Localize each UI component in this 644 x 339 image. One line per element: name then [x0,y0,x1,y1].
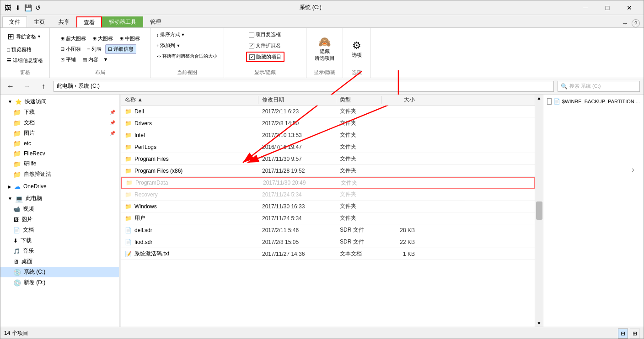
scroll-thumb[interactable] [536,201,542,220]
size-columns-btn[interactable]: ⇔ 将所有列调整为合适的大小 [154,52,220,61]
tab-share[interactable]: 共享 [52,16,76,27]
sidebar-item-filerecv[interactable]: 📁 FileRecv [0,148,119,159]
quick-access-icon[interactable]: ⬇ [14,4,21,11]
tab-driver-tool[interactable]: 驱动器工具 [102,16,143,27]
sidebar-quick-access[interactable]: ▼ ⭐ 快速访问 [0,96,119,107]
file-row-recovery[interactable]: 📁 Recovery 2017/11/24 5:34 文件夹 [121,189,535,201]
show-hide-label: 显示/隐藏 [254,69,276,76]
header-size[interactable]: 大小 [382,96,419,104]
file-row-users[interactable]: 📁 用户 2017/11/24 5:34 文件夹 [121,212,535,224]
sort-by-btn[interactable]: ↕ 排序方式 ▼ [154,30,187,39]
file-icon-fiod-sdr: 📄 [125,239,132,245]
content-btn[interactable]: ▤ 内容 [80,55,101,64]
minimize-button[interactable]: ─ [575,0,596,15]
nav-arrow-right[interactable]: → [622,20,628,27]
large-icon-view-btn[interactable]: ⊞ [630,328,640,339]
file-row-programfiles-x86[interactable]: 📁 Program Files (x86) 2017/11/28 19:52 文… [121,165,535,177]
hidden-items-toggle[interactable]: ✓ 隐藏的项目 [246,52,284,62]
right-panel-checkbox [547,98,552,105]
file-row-drivers[interactable]: 📁 Drivers 2017/2/8 14:50 文件夹 [121,117,535,129]
sidebar-item-desktop[interactable]: 🖥 桌面 [0,256,119,267]
file-row-programdata[interactable]: 📁 ProgramData 2017/11/30 20:49 文件夹 [121,177,535,189]
search-box[interactable]: 🔍 搜索 系统 (C:) [558,81,640,92]
layout-expand-btn[interactable]: ▼ [102,55,110,64]
sidebar-item-documents2[interactable]: 📄 文档 [0,225,119,235]
back-button[interactable]: ← [4,80,17,93]
tab-file[interactable]: 文件 [2,16,27,27]
layout-group: ⊞ 超大图标 ⊞ 大图标 ⊞ 中图标 [58,34,143,64]
header-name[interactable]: 名称 ▲ [121,96,258,104]
hide-button[interactable]: 🙈 隐藏 所选项目 [311,34,338,64]
save-icon[interactable]: 💾 [24,4,32,11]
close-button[interactable]: ✕ [619,0,640,15]
sidebar-item-system-c[interactable]: 💿 系统 (C:) [0,267,119,277]
icon-content: ▤ [82,57,87,63]
medium-icon-btn[interactable]: ⊞ 中图标 [117,34,143,43]
small-icon-btn[interactable]: ⊟ 小图标 [58,44,84,54]
sidebar-item-dialectics[interactable]: 📁 自然辩证法 [0,169,119,180]
large-icon-btn[interactable]: ⊞ 大图标 [90,34,116,43]
details-btn[interactable]: ⊟ 详细信息 [105,44,136,54]
this-pc-label: 此电脑 [26,195,42,202]
tab-view[interactable]: 查看 [76,16,102,27]
quick-access-icon: ⭐ [15,99,22,105]
add-columns-btn[interactable]: + 添加列 ▼ [154,41,182,50]
sidebar-filerecv-label: FileRecv [24,150,45,157]
tab-home[interactable]: 主页 [27,16,52,27]
file-row-dell-sdr[interactable]: 📄 dell.sdr 2017/2/11 5:46 SDR 文件 28 KB [121,224,535,236]
sidebar-onedrive[interactable]: ▶ ☁ OneDrive [0,181,119,191]
item-checkbox-toggle[interactable]: 项目复选框 [246,30,284,39]
up-button[interactable]: ↑ [37,80,50,93]
details-view-btn[interactable]: ⊟ [618,328,628,339]
sidebar-item-docs[interactable]: 📁 文档 📌 [0,117,119,128]
sidebar-item-pictures2[interactable]: 🖼 图片 [0,214,119,225]
sidebar-item-etc[interactable]: 📁 etc [0,138,119,148]
tab-manage[interactable]: 管理 [143,16,168,27]
add-col-icon: + [156,43,159,48]
right-panel-scroll-arrow[interactable]: › [632,165,634,175]
file-row-dell[interactable]: 📁 Dell 2017/2/11 6:23 文件夹 [121,106,535,117]
scroll-up-btn[interactable]: ▲ [537,95,542,101]
file-row-windows[interactable]: 📁 Windows 2017/11/30 16:33 文件夹 [121,201,535,212]
sidebar-item-yanlife[interactable]: 📁 研life [0,159,119,169]
address-path[interactable]: 此电脑 › 系统 (C:) [54,81,554,92]
file-row-activation-txt[interactable]: 📝 系统激活码.txt 2017/11/27 14:36 文本文档 1 KB [121,248,535,260]
sidebar-item-download[interactable]: 📁 下载 📌 [0,107,119,117]
forward-button[interactable]: → [21,80,33,93]
window-controls: ─ □ ✕ [575,0,640,15]
undo-icon[interactable]: ↺ [34,4,42,11]
sidebar-item-drive-d[interactable]: 💿 新卷 (D:) [0,277,119,288]
folder-icon-users: 📁 [125,215,132,222]
navigation-pane-button[interactable]: ⊞ 导航窗格 ▼ [4,30,44,43]
options-button[interactable]: ⚙ 选项 [348,38,366,60]
nav-pane-label: 导航窗格 [16,33,36,40]
sidebar-item-music[interactable]: 🎵 音乐 [0,246,119,256]
folder-icon-drivers: 📁 [125,120,132,127]
details-pane-button[interactable]: ☰ 详细信息窗格 [4,56,46,65]
file-extensions-toggle[interactable]: ✓ 文件扩展名 [246,41,284,50]
file-row-perflogs[interactable]: 📁 PerfLogs 2016/7/16 19:47 文件夹 [121,141,535,153]
search-icon: 🔍 [561,83,568,90]
tiles-btn[interactable]: ⊡ 平铺 [58,55,79,64]
vertical-scrollbar[interactable]: ▲ ▼ [535,95,543,327]
sidebar-downloads2-label: 下载 [21,237,32,244]
list-btn[interactable]: ≡ 列表 [85,44,104,54]
file-name-dell-sdr: 📄 dell.sdr [121,227,258,233]
maximize-button[interactable]: □ [597,0,618,15]
extra-large-icon-btn[interactable]: ⊞ 超大图标 [58,34,89,43]
file-row-programfiles[interactable]: 📁 Program Files 2017/11/30 9:57 文件夹 [121,153,535,165]
folder-icon-programdata: 📁 [126,180,133,186]
preview-pane-button[interactable]: □ 预览窗格 [4,45,34,54]
file-row-fiod-sdr[interactable]: 📄 fiod.sdr 2017/2/8 15:05 SDR 文件 22 KB [121,236,535,248]
file-row-intel[interactable]: 📁 Intel 2017/2/10 13:53 文件夹 [121,129,535,141]
scroll-down-btn[interactable]: ▼ [537,321,542,326]
help-button[interactable]: ? [632,19,640,27]
sidebar-item-video[interactable]: 📹 视频 [0,204,119,214]
header-type[interactable]: 类型 [336,96,382,104]
size-col-icon: ⇔ [157,53,161,59]
header-date[interactable]: 修改日期 [258,96,336,104]
folder-icon-yanlife: 📁 [13,160,21,168]
sidebar-this-pc[interactable]: ▼ 💻 此电脑 [0,193,119,204]
sidebar-item-pictures[interactable]: 📁 图片 📌 [0,128,119,138]
sidebar-item-downloads2[interactable]: ⬇ 下载 [0,235,119,246]
